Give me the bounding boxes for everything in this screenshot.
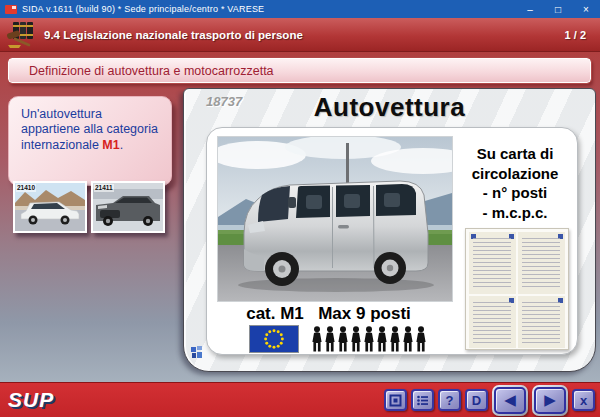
person-icon bbox=[350, 326, 362, 352]
sida-app-window: SIDA v.1611 (build 90) * Sede principale… bbox=[0, 0, 600, 417]
maximize-button[interactable]: □ bbox=[544, 0, 572, 18]
gavel-books-icon bbox=[6, 21, 36, 49]
person-icon bbox=[363, 326, 375, 352]
person-icon bbox=[376, 326, 388, 352]
person-icon bbox=[415, 326, 427, 352]
previous-button[interactable]: ◀ bbox=[494, 387, 526, 414]
page-indicator: 1 / 2 bbox=[565, 29, 586, 41]
sup-logo: SUP bbox=[8, 388, 54, 412]
footer-buttons: ? D ◀ ▶ x bbox=[384, 385, 595, 416]
person-row bbox=[311, 326, 427, 352]
slide-view-button[interactable] bbox=[384, 389, 407, 411]
help-button[interactable]: ? bbox=[438, 389, 461, 411]
person-icon bbox=[389, 326, 401, 352]
person-icon bbox=[337, 326, 349, 352]
capacity-label: Max 9 posti bbox=[297, 304, 432, 324]
statement-box: Un'autovettura appartiene alla categoria… bbox=[8, 96, 172, 186]
doc-quadrant bbox=[469, 232, 516, 294]
topic-title: Definizione di autovettura e motocarrozz… bbox=[29, 64, 274, 78]
index-button[interactable] bbox=[411, 389, 434, 411]
minibus-photo bbox=[217, 136, 453, 302]
footer-bar: SUP ? D ◀ ▶ x bbox=[0, 382, 600, 417]
slide-view-icon bbox=[389, 394, 402, 407]
lesson-title: 9.4 Legislazione nazionale trasporto di … bbox=[44, 29, 303, 41]
slide-card: 18737 Autovettura bbox=[183, 88, 596, 372]
next-button[interactable]: ▶ bbox=[534, 387, 566, 414]
doc-quadrant bbox=[518, 296, 565, 348]
previous-button-frame: ◀ bbox=[492, 385, 528, 416]
person-icon bbox=[324, 326, 336, 352]
slide-title: Autovettura bbox=[184, 92, 595, 123]
window-title: SIDA v.1611 (build 90) * Sede principale… bbox=[22, 4, 264, 14]
statement-highlight: M1 bbox=[102, 138, 119, 152]
slide-content-card: Su carta di circolazione - n° posti - m.… bbox=[206, 127, 578, 355]
sida-watermark-icon bbox=[190, 345, 203, 364]
index-list-icon bbox=[416, 394, 429, 407]
lesson-header: 9.4 Legislazione nazionale trasporto di … bbox=[0, 18, 600, 52]
thumbnail-wagon[interactable]: 21410 bbox=[13, 181, 87, 233]
registration-document bbox=[465, 228, 569, 350]
registration-note: Su carta di circolazione - n° posti - m.… bbox=[457, 144, 573, 222]
thumbnail-sedan[interactable]: 21411 bbox=[91, 181, 165, 233]
statement-text: Un'autovettura appartiene alla categoria… bbox=[21, 107, 158, 152]
doc-quadrant bbox=[518, 232, 565, 294]
window-controls: – □ × bbox=[516, 0, 600, 18]
eu-flag-icon bbox=[249, 325, 299, 353]
doc-quadrant bbox=[469, 296, 516, 348]
topic-strip: Definizione di autovettura e motocarrozz… bbox=[8, 58, 591, 83]
thumbnail-id: 21411 bbox=[94, 184, 114, 192]
statement-suffix: . bbox=[120, 138, 123, 152]
next-button-frame: ▶ bbox=[532, 385, 568, 416]
thumbnail-id: 21410 bbox=[16, 184, 36, 192]
thumbnail-row: 21410 21411 bbox=[13, 181, 165, 233]
dictionary-button[interactable]: D bbox=[465, 389, 488, 411]
minimize-button[interactable]: – bbox=[516, 0, 544, 18]
person-icon bbox=[311, 326, 323, 352]
person-icon bbox=[402, 326, 414, 352]
close-window-button[interactable]: × bbox=[572, 0, 600, 18]
exit-button[interactable]: x bbox=[572, 389, 595, 411]
titlebar: SIDA v.1611 (build 90) * Sede principale… bbox=[0, 0, 600, 18]
sida-logo-icon bbox=[5, 5, 17, 14]
